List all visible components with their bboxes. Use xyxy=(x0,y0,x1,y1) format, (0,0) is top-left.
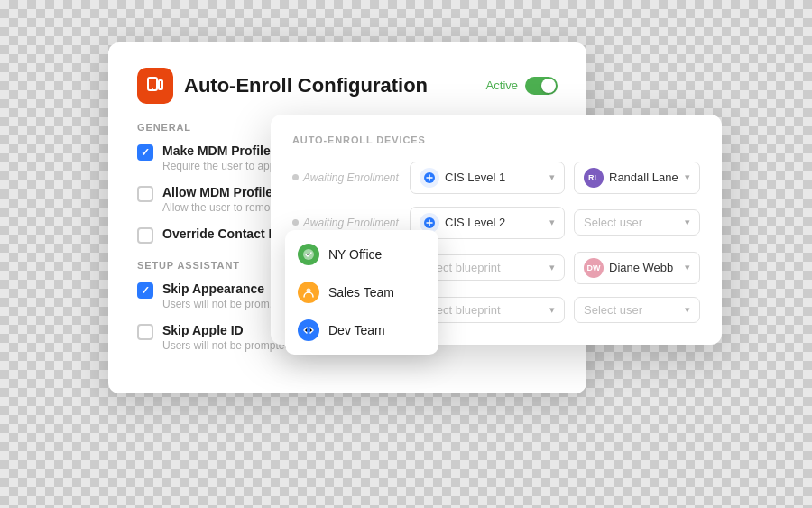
checkbox-desc-skip-appearance: Users will not be prom... xyxy=(162,298,279,310)
blueprint-icon-0 xyxy=(420,168,439,188)
card-header: Auto-Enroll Configuration Active xyxy=(137,68,558,104)
devices-panel-title: AUTO-ENROLL DEVICES xyxy=(292,134,700,145)
user-dropdown-btn-0[interactable]: RL Randall Lane ▾ xyxy=(574,162,700,194)
dropdown-item-label-ny-office: NY Office xyxy=(328,247,382,262)
checkbox-override-contact[interactable] xyxy=(137,227,153,244)
checkbox-mdm-mandatory[interactable] xyxy=(137,144,153,161)
enrollment-status-1: Awaiting Enrollment xyxy=(292,217,401,229)
checkbox-skip-apple-id[interactable] xyxy=(137,324,153,340)
user-label-1: Select user xyxy=(584,216,642,229)
blueprint-chevron-2: ▾ xyxy=(549,262,555,273)
user-chevron-2: ▾ xyxy=(685,262,690,273)
app-icon xyxy=(137,68,173,104)
user-chevron-3: ▾ xyxy=(685,304,690,316)
active-label: Active xyxy=(486,79,518,92)
dropdown-item-label-sales-team: Sales Team xyxy=(328,285,394,300)
user-chevron-1: ▾ xyxy=(685,217,690,228)
checkbox-skip-appearance[interactable] xyxy=(137,282,153,299)
blueprint-dropdown-btn-0[interactable]: CIS Level 1 ▾ xyxy=(410,162,565,194)
blueprint-chevron-3: ▾ xyxy=(549,304,555,316)
checkbox-allow-mdm[interactable] xyxy=(137,186,153,202)
page-title: Auto-Enroll Configuration xyxy=(184,74,428,97)
blueprint-chevron-0: ▾ xyxy=(549,171,555,183)
dropdown-item-sales-team[interactable]: Sales Team xyxy=(285,273,438,311)
enrollment-status-0: Awaiting Enrollment xyxy=(292,171,401,184)
svg-point-2 xyxy=(152,88,153,89)
dropdown-item-label-dev-team: Dev Team xyxy=(328,323,385,337)
checkbox-title-skip-appearance: Skip Appearance xyxy=(162,282,279,296)
user-chevron-0: ▾ xyxy=(685,171,690,183)
active-toggle[interactable] xyxy=(525,77,558,95)
user-dropdown-btn-2[interactable]: DW Diane Webb ▾ xyxy=(574,252,700,284)
user-label-2: Diane Webb xyxy=(609,261,673,274)
enrollment-row-0: Awaiting Enrollment CIS Level 1 ▾ RL Ran… xyxy=(292,162,700,194)
user-label-3: Select user xyxy=(584,303,642,317)
card-title-area: Auto-Enroll Configuration xyxy=(137,68,428,104)
blueprint-chevron-1: ▾ xyxy=(549,217,555,228)
user-avatar-0: RL xyxy=(584,168,604,188)
blueprint-label-0: CIS Level 1 xyxy=(445,171,505,184)
user-dropdown-btn-1[interactable]: Select user ▾ xyxy=(574,209,700,236)
status-dot-1 xyxy=(292,219,299,226)
blueprint-dropdown-popup: NY Office Sales Team Dev Team xyxy=(285,230,438,355)
ny-office-icon xyxy=(298,244,319,265)
blueprint-label-1: CIS Level 2 xyxy=(445,216,505,229)
user-avatar-2: DW xyxy=(584,258,604,278)
dev-team-icon xyxy=(298,319,319,341)
svg-rect-1 xyxy=(159,80,162,89)
dropdown-item-dev-team[interactable]: Dev Team xyxy=(285,311,438,349)
user-dropdown-btn-3[interactable]: Select user ▾ xyxy=(574,297,700,323)
user-label-0: Randall Lane xyxy=(609,171,678,184)
dropdown-item-ny-office[interactable]: NY Office xyxy=(285,236,438,273)
active-badge-area: Active xyxy=(486,77,558,95)
sales-team-icon xyxy=(298,282,319,303)
status-dot-0 xyxy=(292,174,299,180)
